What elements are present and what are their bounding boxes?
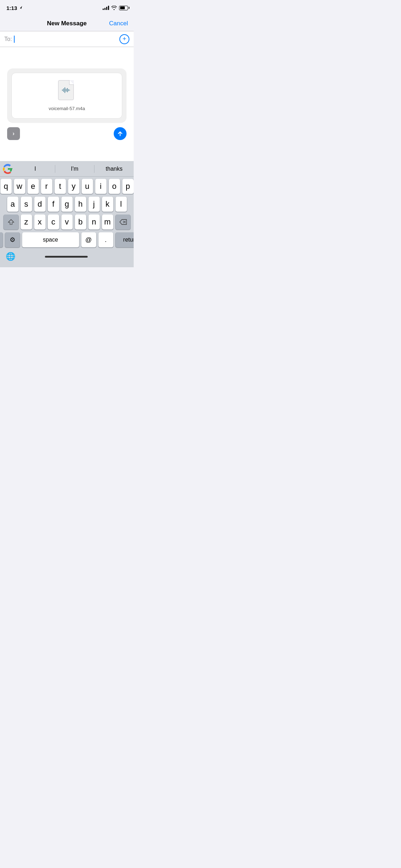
- svg-rect-3: [66, 89, 66, 92]
- predictive-words: I I'm thanks: [16, 165, 134, 173]
- key-h[interactable]: h: [75, 197, 86, 212]
- message-area: voicemail-57.m4a ›: [0, 47, 134, 161]
- keyboard: I I'm thanks q w e r t y u i o p a s d f…: [0, 161, 134, 267]
- key-q[interactable]: q: [0, 179, 12, 194]
- key-row-4: 123 ⚙ space @ . return: [1, 232, 133, 247]
- battery-icon: [119, 6, 128, 10]
- controls-row: ›: [0, 127, 134, 143]
- key-n[interactable]: n: [88, 215, 100, 229]
- space-key[interactable]: space: [22, 232, 79, 247]
- key-u[interactable]: u: [82, 179, 93, 194]
- time-display: 1:13: [6, 5, 17, 11]
- shift-icon: [8, 219, 14, 225]
- svg-rect-2: [65, 87, 65, 93]
- key-w[interactable]: w: [14, 179, 25, 194]
- key-x[interactable]: x: [34, 215, 46, 229]
- key-j[interactable]: j: [88, 197, 100, 212]
- page-title: New Message: [47, 20, 87, 27]
- key-d[interactable]: d: [34, 197, 46, 212]
- key-m[interactable]: m: [102, 215, 113, 229]
- svg-rect-4: [67, 88, 68, 92]
- key-z[interactable]: z: [21, 215, 32, 229]
- key-c[interactable]: c: [48, 215, 59, 229]
- header: New Message Cancel: [0, 16, 134, 31]
- key-s[interactable]: s: [21, 197, 32, 212]
- key-t[interactable]: t: [55, 179, 66, 194]
- to-cursor: [14, 36, 15, 43]
- predictive-word-1[interactable]: I: [16, 166, 55, 172]
- audio-file-icon: [58, 80, 76, 102]
- globe-icon[interactable]: 🌐: [6, 252, 15, 261]
- predictive-word-2[interactable]: I'm: [55, 166, 94, 172]
- signal-bars-icon: [103, 6, 109, 10]
- shift-key[interactable]: [4, 215, 19, 229]
- key-p[interactable]: p: [122, 179, 134, 194]
- key-row-2: a s d f g h j k l: [1, 197, 133, 212]
- status-icons: [103, 6, 128, 10]
- navigation-arrow-icon: [19, 6, 23, 10]
- cancel-button[interactable]: Cancel: [109, 20, 128, 27]
- predictive-bar: I I'm thanks: [0, 161, 134, 177]
- key-i[interactable]: i: [95, 179, 107, 194]
- key-v[interactable]: v: [61, 215, 73, 229]
- gear-icon: ⚙: [10, 236, 15, 244]
- chevron-right-icon: ›: [12, 130, 14, 137]
- delete-icon: [119, 219, 127, 225]
- predictive-word-3[interactable]: thanks: [94, 166, 134, 172]
- add-recipient-button[interactable]: +: [119, 34, 129, 44]
- attachment-card: voicemail-57.m4a: [11, 73, 122, 119]
- wifi-icon: [111, 6, 117, 10]
- key-b[interactable]: b: [75, 215, 86, 229]
- home-indicator: [45, 256, 88, 258]
- key-f[interactable]: f: [48, 197, 59, 212]
- expand-button[interactable]: ›: [7, 127, 20, 140]
- key-y[interactable]: y: [68, 179, 79, 194]
- key-k[interactable]: k: [102, 197, 113, 212]
- dot-key[interactable]: .: [98, 232, 113, 247]
- status-time: 1:13: [6, 5, 23, 11]
- settings-key[interactable]: ⚙: [5, 232, 20, 247]
- key-a[interactable]: a: [7, 197, 19, 212]
- bottom-bar: 🌐: [0, 249, 134, 264]
- svg-rect-6: [69, 90, 70, 91]
- key-l[interactable]: l: [115, 197, 127, 212]
- attachment-filename: voicemail-57.m4a: [49, 106, 85, 111]
- google-logo: [3, 164, 13, 174]
- svg-rect-5: [68, 89, 69, 91]
- key-g[interactable]: g: [61, 197, 73, 212]
- attachment-container: voicemail-57.m4a: [7, 68, 127, 123]
- numbers-key[interactable]: 123: [0, 232, 3, 247]
- key-row-1: q w e r t y u i o p: [1, 179, 133, 194]
- key-r[interactable]: r: [41, 179, 52, 194]
- svg-rect-0: [62, 89, 63, 91]
- svg-rect-1: [63, 88, 64, 92]
- key-e[interactable]: e: [27, 179, 39, 194]
- to-field[interactable]: To: +: [0, 31, 134, 47]
- key-row-3: z x c v b n m: [1, 215, 133, 229]
- waveform-icon: [62, 87, 70, 94]
- at-key[interactable]: @: [81, 232, 96, 247]
- delete-key[interactable]: [115, 215, 130, 229]
- send-up-icon: [117, 130, 123, 137]
- send-button[interactable]: [114, 127, 127, 140]
- key-rows: q w e r t y u i o p a s d f g h j k l: [0, 177, 134, 249]
- to-label: To:: [4, 36, 12, 42]
- key-o[interactable]: o: [109, 179, 120, 194]
- return-key[interactable]: return: [115, 232, 134, 247]
- status-bar: 1:13: [0, 0, 134, 16]
